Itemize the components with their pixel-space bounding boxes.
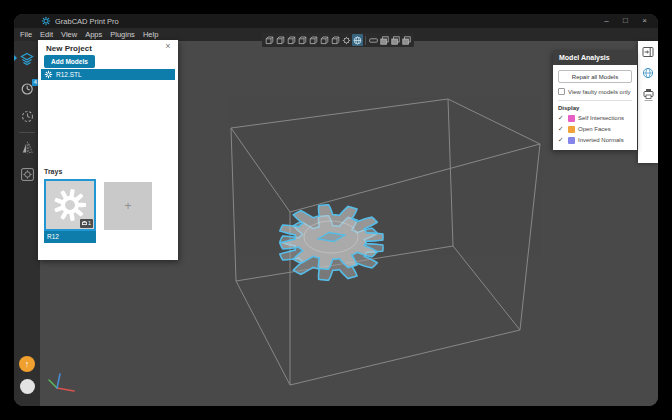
printer-mini-icon: [82, 221, 87, 226]
faulty-filter-label: View faulty models only: [568, 89, 631, 95]
collapse-panel-icon[interactable]: [642, 46, 654, 58]
tray-gear-preview-icon: [52, 187, 88, 223]
checkmark-icon[interactable]: ✓: [558, 136, 565, 144]
mirror-icon: [20, 140, 35, 155]
window-title: GrabCAD Print Pro: [55, 17, 119, 26]
orbit-mode-icon[interactable]: [352, 34, 363, 46]
view-front-icon[interactable]: [264, 34, 275, 46]
view-top-icon[interactable]: [308, 34, 319, 46]
analysis-panel-title: Model Analysis: [553, 50, 637, 65]
panel-divider: [558, 100, 632, 101]
app-logo-icon: [41, 16, 51, 26]
tray-print-badge: 1: [80, 219, 93, 228]
tray-name-label[interactable]: R12: [44, 231, 96, 243]
sidebar-divider: [19, 132, 35, 133]
self-intersections-swatch: [568, 115, 575, 122]
sidebar-item-mirror[interactable]: [14, 139, 40, 155]
display-item-inverted-normals[interactable]: ✓ Inverted Normals: [558, 136, 632, 144]
tray-thumbnail-selected[interactable]: 1: [44, 179, 96, 231]
checkmark-icon[interactable]: ✓: [558, 125, 565, 133]
arrange-models-icon[interactable]: [401, 34, 412, 46]
gear-model[interactable]: [280, 205, 383, 280]
model-item-name: R12.STL: [56, 71, 82, 78]
sidebar-item-print-jobs[interactable]: 4: [14, 80, 40, 96]
view-isometric-icon[interactable]: [330, 34, 341, 46]
view-back-icon[interactable]: [275, 34, 286, 46]
minimize-button[interactable]: –: [597, 14, 616, 28]
project-panel-title: New Project: [46, 44, 92, 53]
sidebar-item-models[interactable]: [14, 51, 40, 67]
toolbar-divider: [365, 36, 366, 45]
window-controls: – □ ×: [597, 14, 654, 28]
add-tray-button[interactable]: +: [104, 182, 152, 230]
inverted-normals-swatch: [568, 137, 575, 144]
model-analysis-panel: Model Analysis Repair all Models View fa…: [553, 50, 637, 150]
viewport-toolbar: [262, 33, 414, 47]
user-avatar[interactable]: [20, 379, 35, 394]
repair-all-models-button[interactable]: Repair all Models: [558, 70, 632, 83]
printer-icon[interactable]: [642, 88, 655, 102]
boxed-gear-icon: [20, 167, 35, 182]
show-tray-icon[interactable]: [368, 34, 379, 46]
add-models-button[interactable]: Add Models: [44, 55, 95, 68]
view-left-icon[interactable]: [286, 34, 297, 46]
close-panel-icon[interactable]: ×: [163, 41, 173, 51]
section-view-icon[interactable]: [379, 34, 390, 46]
left-toolbar: 4 ↑: [14, 41, 40, 406]
schedule-clock-icon: [20, 109, 35, 124]
model-library-icon: [19, 52, 35, 67]
display-section-label: Display: [558, 105, 632, 111]
titlebar: GrabCAD Print Pro – □ ×: [14, 14, 658, 28]
model-gear-icon: [44, 70, 53, 79]
model-list-item[interactable]: R12.STL: [41, 69, 175, 80]
sidebar-item-machine-settings[interactable]: [14, 166, 40, 182]
update-available-icon[interactable]: ↑: [19, 356, 35, 372]
display-item-open-faces[interactable]: ✓ Open Faces: [558, 125, 632, 133]
sidebar-item-schedule[interactable]: [14, 108, 40, 124]
maximize-button[interactable]: □: [616, 14, 635, 28]
orientation-triad-icon: [49, 374, 74, 391]
checkmark-icon[interactable]: ✓: [558, 114, 565, 122]
open-faces-swatch: [568, 126, 575, 133]
duplicate-model-icon[interactable]: [390, 34, 401, 46]
view-settings-icon[interactable]: [341, 34, 352, 46]
faulty-filter-checkbox[interactable]: [558, 88, 565, 95]
globe-icon[interactable]: [642, 67, 654, 79]
view-bottom-icon[interactable]: [319, 34, 330, 46]
build-volume-wireframe: [231, 99, 540, 385]
faulty-models-filter[interactable]: View faulty models only: [558, 88, 632, 95]
new-project-panel: New Project × Add Models R12.STL Trays 1…: [38, 40, 178, 260]
display-item-self-intersections[interactable]: ✓ Self Intersections: [558, 114, 632, 122]
close-button[interactable]: ×: [635, 14, 654, 28]
trays-section-label: Trays: [44, 168, 62, 175]
right-icon-strip: [638, 41, 658, 163]
app-window: GrabCAD Print Pro – □ × File Edit View A…: [14, 14, 658, 406]
view-right-icon[interactable]: [297, 34, 308, 46]
menu-file[interactable]: File: [16, 28, 36, 41]
